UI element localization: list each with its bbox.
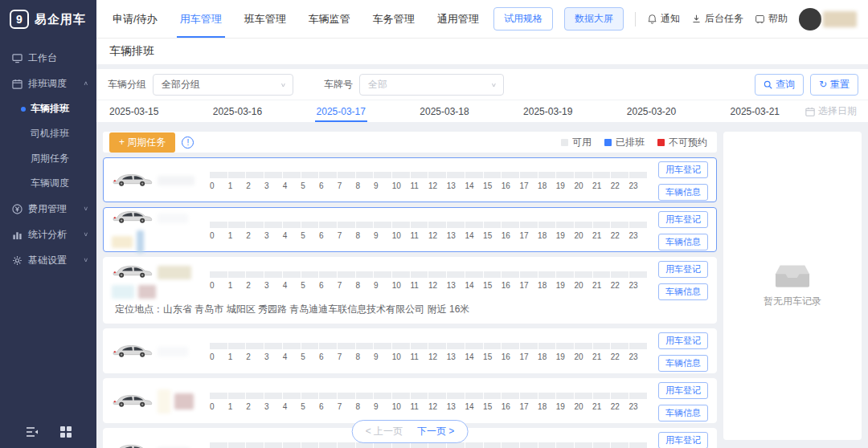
- timeline-track[interactable]: [210, 222, 647, 228]
- date-tab-2025-03-15[interactable]: 2025-03-15: [108, 102, 160, 121]
- vehicle-register-button[interactable]: 用车登记: [658, 332, 708, 349]
- date-tab-2025-03-20[interactable]: 2025-03-20: [625, 102, 678, 121]
- timeline-track[interactable]: [210, 393, 647, 399]
- sidebar-item-排班调度[interactable]: 排班调度∧: [0, 71, 96, 96]
- sidebar-item-车辆调度[interactable]: 车辆调度: [0, 171, 96, 196]
- legend-color-swatch: [604, 139, 612, 146]
- hour-label: 0: [210, 352, 228, 361]
- date-tab-2025-03-16[interactable]: 2025-03-16: [211, 102, 264, 121]
- vehicle-group-select[interactable]: 全部分组 ∨: [153, 74, 293, 96]
- hour-label: 14: [465, 402, 483, 411]
- chevron-down-icon: ∨: [280, 81, 286, 88]
- hour-label: 21: [592, 181, 611, 190]
- sidebar-item-统计分析[interactable]: 统计分析∨: [0, 222, 96, 247]
- sidebar: 9 易企用车 工作台排班调度∧车辆排班司机排班周期任务车辆调度费用管理∨统计分析…: [0, 0, 96, 448]
- top-tab-班车管理[interactable]: 班车管理: [244, 0, 286, 38]
- date-tab-2025-03-17[interactable]: 2025-03-17: [315, 102, 367, 121]
- timeline-hour-cell: [356, 271, 374, 278]
- date-picker[interactable]: 选择日期: [805, 104, 857, 118]
- vehicle-info-button[interactable]: 车辆信息: [658, 355, 708, 372]
- timeline-track[interactable]: [210, 343, 647, 349]
- timeline-hour-labels: 01234567891011121314151617181920212223: [210, 181, 647, 190]
- top-tab-车务管理[interactable]: 车务管理: [373, 0, 415, 38]
- timeline-track[interactable]: [210, 271, 647, 278]
- vehicle-register-button[interactable]: 用车登记: [658, 432, 708, 448]
- timeline-hour-cell: [538, 172, 556, 178]
- vehicle-row-main: 01234567891011121314151617181920212223用车…: [112, 385, 708, 417]
- sidebar-item-司机排班[interactable]: 司机排班: [0, 121, 96, 146]
- hour-label: 11: [410, 181, 428, 190]
- vehicle-register-button[interactable]: 用车登记: [658, 382, 708, 399]
- add-period-task-button[interactable]: + 周期任务: [109, 132, 175, 153]
- sidebar-menu: 工作台排班调度∧车辆排班司机排班周期任务车辆调度费用管理∨统计分析∨基础设置∨: [0, 39, 96, 416]
- timeline-hour-cell: [319, 393, 337, 399]
- timeline-hour-cell: [246, 271, 264, 278]
- user-name-redacted: [823, 11, 857, 27]
- vehicle-row-actions: 用车登记车辆信息: [658, 161, 708, 201]
- timeline-hour-cell: [575, 271, 592, 278]
- trial-spec-button[interactable]: 试用规格: [493, 7, 553, 31]
- hour-label: 12: [428, 281, 447, 290]
- collapse-sidebar-icon[interactable]: [26, 426, 39, 438]
- notice-link[interactable]: 通知: [647, 12, 680, 26]
- top-tab-通用管理[interactable]: 通用管理: [437, 0, 479, 38]
- hour-label: 6: [319, 352, 338, 361]
- timeline-hour-cell: [611, 271, 628, 278]
- help-link[interactable]: 帮助: [755, 12, 788, 26]
- timeline-hour-cell: [629, 222, 647, 228]
- timeline-hour-cell: [502, 442, 519, 448]
- background-tasks-link[interactable]: 后台任务: [691, 12, 743, 26]
- sidebar-item-车辆排班[interactable]: 车辆排班: [0, 96, 96, 121]
- plate-redacted: [158, 389, 170, 413]
- timeline-track[interactable]: [210, 172, 647, 178]
- top-tab-申请/待办[interactable]: 申请/待办: [113, 0, 158, 38]
- vehicle-register-button[interactable]: 用车登记: [658, 211, 708, 228]
- vehicle-register-button[interactable]: 用车登记: [658, 161, 708, 178]
- top-tab-车辆监管[interactable]: 车辆监管: [309, 0, 350, 38]
- hour-label: 2: [246, 231, 264, 240]
- vehicle-info-button[interactable]: 车辆信息: [658, 184, 708, 201]
- tag-redacted: [137, 230, 144, 253]
- timeline-hour-cell: [228, 442, 246, 448]
- hour-label: 8: [355, 231, 374, 240]
- hour-label: 4: [283, 352, 301, 361]
- timeline-hour-cell: [264, 172, 282, 178]
- info-icon[interactable]: !: [182, 136, 194, 149]
- vehicle-row-actions: 用车登记车辆信息: [658, 382, 708, 422]
- vehicle-info-button[interactable]: 车辆信息: [658, 283, 708, 300]
- timeline-hour-cell: [338, 343, 355, 349]
- data-bigscreen-button[interactable]: 数据大屏: [564, 7, 624, 31]
- date-tab-2025-03-19[interactable]: 2025-03-19: [522, 102, 574, 121]
- next-page-button[interactable]: 下一页 >: [417, 425, 454, 438]
- vehicle-register-button[interactable]: 用车登记: [658, 261, 708, 278]
- timeline-hour-cell: [283, 222, 301, 228]
- brand-logo: 9 易企用车: [0, 0, 96, 39]
- sidebar-item-基础设置[interactable]: 基础设置∨: [0, 247, 96, 273]
- timeline-hour-cell: [502, 222, 519, 228]
- settings-icon: [11, 255, 23, 266]
- timeline-hour-cell: [319, 271, 337, 278]
- vehicle-row-actions: 用车登记车辆信息: [658, 332, 708, 372]
- download-icon: [691, 14, 702, 24]
- top-tab-用车管理[interactable]: 用车管理: [180, 0, 222, 38]
- reset-button[interactable]: ↻ 重置: [810, 74, 858, 96]
- timeline-hour-cell: [356, 222, 374, 228]
- reset-label: 重置: [830, 78, 850, 92]
- date-tab-2025-03-21[interactable]: 2025-03-21: [729, 102, 781, 121]
- hour-label: 12: [428, 402, 447, 411]
- background-tasks-label: 后台任务: [705, 12, 743, 26]
- sidebar-item-周期任务[interactable]: 周期任务: [0, 146, 96, 171]
- search-button[interactable]: 查询: [755, 74, 804, 96]
- prev-page-button[interactable]: < 上一页: [366, 425, 403, 438]
- vehicle-info-button[interactable]: 车辆信息: [658, 405, 708, 422]
- date-bar: 2025-03-152025-03-162025-03-172025-03-18…: [96, 100, 868, 122]
- plate-number-select[interactable]: 全部 ∨: [359, 74, 504, 96]
- date-tab-2025-03-18[interactable]: 2025-03-18: [418, 102, 470, 121]
- apps-grid-icon[interactable]: [60, 426, 72, 438]
- timeline-hour-cell: [392, 271, 410, 278]
- user-avatar[interactable]: [799, 8, 857, 31]
- sidebar-item-工作台[interactable]: 工作台: [0, 45, 96, 71]
- vehicle-info-button[interactable]: 车辆信息: [658, 234, 708, 250]
- timeline-hour-cell: [283, 442, 301, 448]
- sidebar-item-费用管理[interactable]: 费用管理∨: [0, 196, 96, 222]
